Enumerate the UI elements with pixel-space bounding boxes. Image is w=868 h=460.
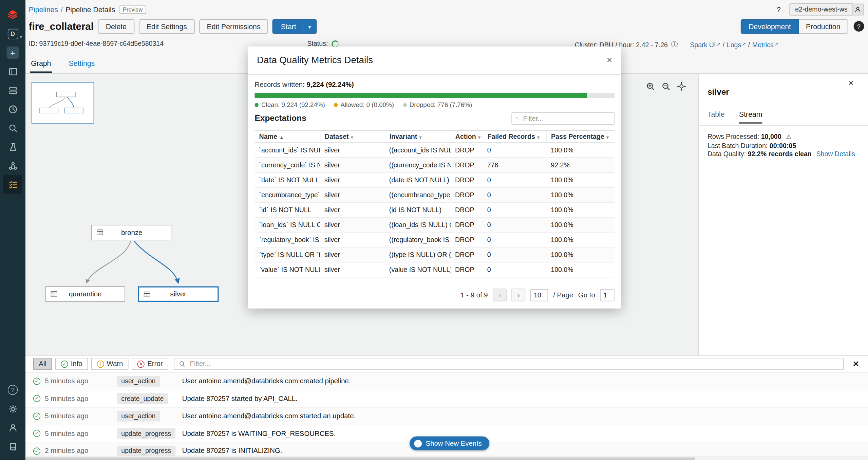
table-row: `regulatory_book` IS N…silver((regulator… (254, 232, 614, 247)
sort-asc-icon[interactable]: ▲ (279, 135, 284, 140)
filter-icon[interactable]: ▾ (351, 135, 353, 140)
column-action[interactable]: Action▾ (451, 130, 483, 143)
event-message: User antoine.amend@databricks.com create… (182, 377, 868, 385)
records-written-value: 9,224 (92.24%) (306, 81, 354, 89)
table-cell: 100.0% (546, 262, 615, 277)
column-dataset[interactable]: Dataset▾ (320, 130, 385, 143)
events-filter-input[interactable] (189, 360, 839, 368)
close-icon[interactable]: × (848, 78, 853, 88)
dropped-dot-icon (403, 103, 407, 107)
show-details-link[interactable]: Show Details (816, 150, 855, 158)
info-check-icon: ✓ (61, 360, 68, 367)
table-cell: 0 (483, 202, 547, 217)
column-invariant[interactable]: Invariant▾ (385, 130, 451, 143)
filter-icon[interactable]: ▾ (537, 135, 540, 140)
event-type-badge: update_progress (117, 428, 175, 439)
close-icon[interactable]: × (607, 55, 612, 66)
graph-node-quarantine[interactable]: quarantine (45, 286, 125, 302)
breadcrumb-separator: / (61, 5, 63, 13)
models-icon[interactable] (3, 156, 22, 175)
breadcrumb-pipelines-link[interactable]: Pipelines (29, 5, 58, 13)
filter-error-button[interactable]: ✕Error (132, 358, 168, 370)
help-icon[interactable]: ? (3, 381, 22, 399)
workspace-icon[interactable] (3, 62, 22, 81)
event-row[interactable]: ✓ 5 minutes ago user_action User antoine… (25, 373, 868, 390)
delete-button[interactable]: Delete (98, 19, 134, 34)
graph-node-bronze[interactable]: bronze (91, 225, 172, 240)
next-page-button[interactable]: › (512, 289, 526, 301)
help-beacon-button[interactable]: ? (854, 21, 864, 32)
settings-gear-icon[interactable] (3, 399, 22, 418)
horizontal-scrollbar[interactable] (25, 456, 868, 460)
info-icon[interactable]: ⓘ (671, 40, 678, 49)
metrics-link[interactable]: Metrics↗ (752, 41, 778, 49)
filter-all-button[interactable]: All (33, 358, 52, 370)
event-time: 2 minutes ago (45, 447, 100, 455)
experiments-icon[interactable] (3, 137, 22, 156)
table-cell: `encumbrance_type` I… (254, 187, 320, 202)
expectations-filter-input[interactable] (522, 114, 610, 123)
edit-settings-button[interactable]: Edit Settings (139, 19, 195, 34)
tab-graph[interactable]: Graph (30, 54, 52, 73)
fit-view-icon[interactable] (677, 82, 686, 92)
workspace-switcher-icon[interactable]: D▾ (3, 24, 22, 43)
development-button[interactable]: Development (741, 19, 799, 34)
filter-icon[interactable]: ▾ (478, 135, 480, 140)
close-icon[interactable]: ✕ (853, 360, 859, 368)
table-cell: `value` IS NOT NULL (254, 262, 320, 277)
filter-icon[interactable]: ▾ (606, 135, 609, 140)
column-failed-records[interactable]: Failed Records▾ (483, 130, 547, 143)
search-icon[interactable] (3, 118, 22, 137)
docs-icon[interactable] (3, 437, 22, 456)
table-row: `currency_code` IS N…silver((currency_co… (254, 158, 614, 172)
spark-ui-link[interactable]: Spark UI↗ (690, 41, 720, 49)
tab-stream[interactable]: Stream (739, 110, 762, 124)
filter-info-button[interactable]: ✓Info (55, 358, 88, 370)
table-cell: silver (320, 187, 385, 202)
table-cell: `account_ids` IS NULL… (254, 143, 320, 158)
workspace-name: e2-demo-west-ws (795, 5, 847, 13)
compute-icon[interactable] (3, 81, 22, 99)
zoom-out-icon[interactable] (662, 82, 671, 92)
tab-table[interactable]: Table (707, 110, 725, 124)
databricks-logo-icon[interactable] (3, 4, 22, 24)
tab-settings[interactable]: Settings (68, 54, 96, 73)
pipelines-icon[interactable] (3, 175, 22, 194)
logs-link[interactable]: Logs↗ (727, 41, 746, 49)
account-icon[interactable] (3, 418, 22, 437)
table-cell: (date IS NOT NULL) (385, 172, 451, 187)
expectations-title: Expectations (254, 113, 306, 123)
edit-permissions-button[interactable]: Edit Permissions (199, 19, 268, 34)
create-icon[interactable]: + (3, 43, 22, 62)
show-new-events-button[interactable]: ↓ Show New Events (410, 437, 490, 450)
node-label: bronze (121, 229, 142, 237)
start-button[interactable]: Start ▾ (272, 19, 317, 34)
chevron-down-icon[interactable]: ▾ (303, 23, 316, 30)
recents-icon[interactable] (3, 100, 22, 118)
production-button[interactable]: Production (799, 19, 848, 34)
event-row[interactable]: ✓ 5 minutes ago create_update Update 870… (25, 390, 868, 407)
filter-warn-button[interactable]: !Warn (91, 358, 129, 370)
filter-icon[interactable]: ▾ (419, 135, 422, 140)
event-row[interactable]: ✓ 5 minutes ago user_action User antoine… (25, 408, 868, 425)
help-menu-button[interactable]: ? (777, 5, 781, 13)
per-page-label: / Page (553, 291, 573, 299)
chevron-down-icon: ▾ (20, 35, 22, 39)
table-cell: 776 (483, 158, 547, 172)
legend-clean: Clean: 9,224 (92.24%) (254, 102, 325, 108)
page-size-input[interactable] (530, 289, 548, 301)
table-row: `id` IS NOT NULLsilver(id IS NOT NULL)DR… (254, 202, 614, 217)
column-name[interactable]: Name▲ (254, 130, 320, 143)
workspace-selector[interactable]: e2-demo-west-ws (790, 3, 864, 16)
graph-minimap[interactable] (32, 82, 94, 123)
table-cell: `id` IS NOT NULL (254, 202, 320, 217)
goto-page-input[interactable] (600, 289, 614, 301)
graph-node-silver[interactable]: silver (138, 286, 219, 302)
event-level-icon: ✓ (33, 412, 40, 420)
zoom-in-icon[interactable] (646, 82, 655, 92)
page-title: fire_collateral (29, 21, 94, 32)
scrollbar-thumb[interactable] (25, 457, 695, 460)
prev-page-button[interactable]: ‹ (493, 289, 507, 301)
column-pass-percentage[interactable]: Pass Percentage▾ (546, 130, 615, 143)
user-avatar-icon (852, 3, 863, 16)
